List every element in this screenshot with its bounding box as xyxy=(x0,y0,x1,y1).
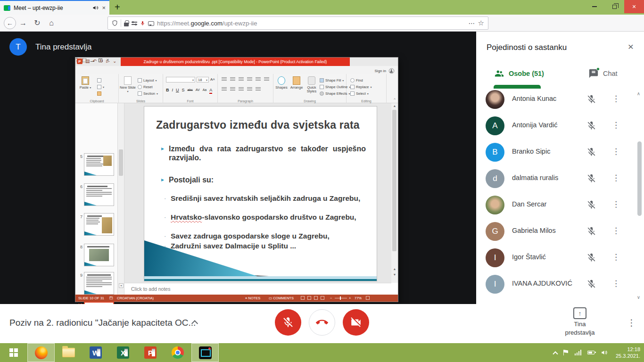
powerpoint-window[interactable]: P ▤ ↶ ↻ ▻ ⌄ Zadruge u društvenom poduzet… xyxy=(75,58,398,302)
thumbnail-scrollbar[interactable]: ▾ xyxy=(118,103,124,295)
numbering-button[interactable] xyxy=(230,77,235,82)
network-signal-icon[interactable] xyxy=(575,350,582,355)
previous-slide-icon[interactable]: ▲ xyxy=(391,267,398,271)
participant-row[interactable]: I Igor Štavlić ⋮ xyxy=(476,245,636,271)
slide-sub-bullet[interactable]: · Središnji savez hrvatskih seljačkih za… xyxy=(164,194,366,203)
slide-sorter-view-icon[interactable] xyxy=(307,295,311,302)
participant-more-button[interactable]: ⋮ xyxy=(612,147,620,156)
slide-bullet[interactable]: ▸ Između dva rata zadrugarstvo se takođe… xyxy=(161,144,366,162)
participant-row[interactable]: B Branko Sipic ⋮ xyxy=(476,139,636,165)
participant-row[interactable]: A Antonija Vardić ⋮ xyxy=(476,113,636,139)
slide-thumbnail-9[interactable] xyxy=(84,272,114,295)
italic-button[interactable]: I xyxy=(172,87,173,94)
action-center-flag-icon[interactable] xyxy=(563,350,569,355)
participant-row[interactable]: Antonia Kunac ⋮ xyxy=(476,86,636,113)
ppt-sign-in[interactable]: Sign in xyxy=(375,67,395,74)
meet-more-options-button[interactable]: ⋮ xyxy=(627,317,636,328)
slide-thumbnail-pane[interactable]: 5 6 7 8 9 xyxy=(75,103,118,295)
camera-off-button[interactable] xyxy=(343,309,369,336)
home-button[interactable]: ⌂ xyxy=(44,19,58,27)
participant-row[interactable]: Dan Sercar ⋮ xyxy=(476,192,636,218)
page-actions-icon[interactable]: ⋯ xyxy=(469,19,475,27)
start-button[interactable] xyxy=(0,343,27,362)
next-slide-icon[interactable]: ▼ xyxy=(391,273,398,276)
align-center-button[interactable] xyxy=(230,87,235,91)
url-bar[interactable]: https://meet.google.com/upt-ewzp-iie ⋯ ☆ xyxy=(107,16,488,30)
replace-button[interactable]: Replace▾ xyxy=(350,83,372,90)
meeting-name[interactable]: Poziv na 2. radionicu "Jačanje kapacitet… xyxy=(9,318,196,328)
volume-icon[interactable] xyxy=(601,349,608,356)
cut-button[interactable] xyxy=(97,77,104,83)
hang-up-button[interactable] xyxy=(309,309,335,336)
taskbar-clock[interactable]: 12:18 25.3.2021. xyxy=(614,346,640,359)
notes-toggle[interactable]: ≡ NOTES xyxy=(245,295,260,302)
character-spacing-button[interactable]: AV xyxy=(196,87,200,94)
taskbar-word[interactable]: W xyxy=(82,343,109,362)
shape-outline-button[interactable]: Shape Outline▾ xyxy=(320,83,351,90)
notes-placeholder[interactable]: Click to add notes xyxy=(131,286,170,292)
normal-view-icon[interactable] xyxy=(301,295,305,302)
panel-scroll-down-icon[interactable]: ∨ xyxy=(637,295,640,300)
participant-more-button[interactable]: ⋮ xyxy=(612,199,620,209)
mic-permission-icon[interactable] xyxy=(140,20,145,27)
meeting-details-chevron-icon[interactable] xyxy=(192,319,199,326)
notification-bubble-icon[interactable] xyxy=(148,21,154,26)
participant-more-button[interactable]: ⋮ xyxy=(612,94,620,104)
tab-people[interactable]: Osobe (51) xyxy=(494,68,544,79)
participant-row[interactable]: I IVANA AJDUKOVIĆ ⋮ xyxy=(476,271,636,297)
line-spacing-button[interactable] xyxy=(256,77,261,82)
tab-audio-icon[interactable] xyxy=(92,5,99,11)
undo-icon[interactable]: ↶ xyxy=(92,58,96,64)
participant-row[interactable]: d dalmatia ruralis ⋮ xyxy=(476,165,636,192)
paste-button[interactable]: Paste ▾ xyxy=(77,75,93,90)
slide-sub-bullet[interactable]: · Zadružni savez Dalmacije u Splitu ... xyxy=(164,241,366,250)
slide-editing-area[interactable]: Zadrugarstvo između dva svjetska rata ▸ … xyxy=(124,103,391,283)
bookmark-star-icon[interactable]: ☆ xyxy=(478,19,484,27)
font-name-combo[interactable]: ▾ xyxy=(166,77,195,82)
panel-close-icon[interactable]: × xyxy=(628,41,634,52)
quick-styles-button[interactable]: Quick Styles xyxy=(305,75,319,93)
slideshow-view-icon[interactable] xyxy=(321,295,324,302)
qat-customize-icon[interactable]: ⌄ xyxy=(113,58,116,64)
tab-close-icon[interactable]: × xyxy=(102,5,106,11)
slide-scrollbar[interactable]: ▲ ▲ ▼ xyxy=(391,103,398,283)
battery-icon[interactable] xyxy=(587,351,594,354)
zoom-slider[interactable] xyxy=(335,298,347,298)
notes-pane[interactable]: Click to add notes xyxy=(124,283,391,295)
zoom-slider-knob[interactable] xyxy=(340,296,341,300)
participant-row[interactable]: G Gabriela Milos ⋮ xyxy=(476,218,636,245)
slide-sub-bullet[interactable]: · Hrvatsko-slavonsko gospodarsko društvo… xyxy=(164,213,366,222)
new-tab-button[interactable]: + xyxy=(115,2,120,13)
tracking-protection-icon[interactable] xyxy=(112,20,118,26)
browser-tab-meet[interactable]: Meet – upt-ewzp-iie × xyxy=(0,0,109,15)
align-right-button[interactable] xyxy=(239,87,244,91)
ribbon-collapse-icon[interactable]: ^ xyxy=(394,97,396,101)
participant-more-button[interactable]: ⋮ xyxy=(612,173,620,183)
increase-indent-button[interactable] xyxy=(247,77,252,82)
language-label[interactable]: CROATIAN (CROATIA) xyxy=(117,295,154,302)
taskbar-excel[interactable]: X xyxy=(109,343,137,362)
columns-button[interactable] xyxy=(256,87,261,91)
participant-more-button[interactable]: ⋮ xyxy=(612,252,620,262)
window-restore-button[interactable] xyxy=(604,0,624,13)
font-color-button[interactable]: A xyxy=(209,87,212,94)
start-slideshow-icon[interactable]: ▻ xyxy=(106,58,110,64)
strikethrough-button[interactable]: abc xyxy=(188,87,193,94)
lock-icon[interactable] xyxy=(124,23,129,26)
tab-chat[interactable]: Chat xyxy=(588,68,618,79)
presentation-icon[interactable]: ↑ xyxy=(573,307,586,319)
participant-more-button[interactable]: ⋮ xyxy=(612,279,620,288)
participant-more-button[interactable]: ⋮ xyxy=(612,226,620,236)
taskbar-firefox-active[interactable] xyxy=(27,343,55,362)
back-button[interactable]: ← xyxy=(4,17,16,29)
panel-scrollbar-thumb[interactable] xyxy=(637,141,642,216)
select-button[interactable]: Select▾ xyxy=(350,90,372,97)
url-text[interactable]: https://meet.google.com/upt-ewzp-iie xyxy=(157,20,466,27)
slide-thumbnail-5[interactable] xyxy=(84,153,114,176)
bold-button[interactable]: B xyxy=(166,87,169,94)
mute-button[interactable] xyxy=(275,309,301,336)
zoom-out-button[interactable]: − xyxy=(330,295,332,302)
slide-title[interactable]: Zadrugarstvo između dva svjetska rata xyxy=(156,119,366,132)
comments-toggle[interactable]: ▭ COMMENTS xyxy=(269,295,294,302)
text-direction-button[interactable] xyxy=(264,77,269,82)
